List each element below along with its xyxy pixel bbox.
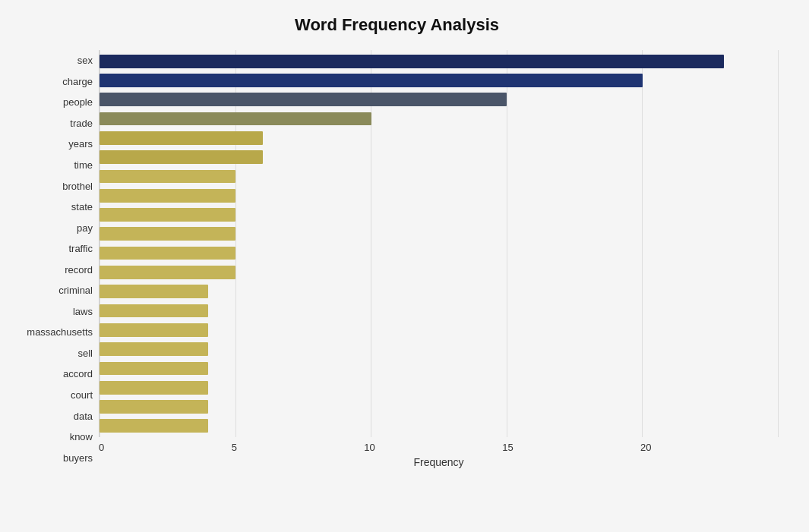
y-label: criminal — [15, 285, 93, 295]
bar — [100, 227, 235, 241]
y-label: trade — [15, 118, 93, 128]
y-label: court — [15, 390, 93, 400]
y-label: charge — [15, 77, 93, 87]
bar — [100, 342, 208, 356]
bar-row — [100, 90, 779, 109]
bar-row — [100, 339, 779, 358]
bars-wrapper — [99, 50, 779, 437]
bar — [100, 74, 643, 87]
y-label: data — [15, 411, 93, 421]
y-labels: sexchargepeopletradeyearstimebrothelstat… — [15, 50, 99, 468]
y-label: buyers — [15, 453, 93, 463]
chart-area: sexchargepeopletradeyearstimebrothelstat… — [15, 50, 779, 468]
x-tick: 5 — [232, 442, 237, 453]
y-label: sell — [15, 348, 93, 358]
y-label: people — [15, 97, 93, 107]
bar — [100, 323, 208, 337]
y-label: time — [15, 160, 93, 170]
bar — [100, 170, 235, 184]
bar — [100, 247, 235, 260]
bar-row — [100, 282, 779, 301]
y-label: state — [15, 202, 93, 212]
y-label: sex — [15, 55, 93, 65]
y-label: years — [15, 139, 93, 149]
bar — [100, 381, 208, 395]
x-tick: 10 — [364, 442, 374, 453]
chart-title: Word Frequency Analysis — [15, 15, 779, 35]
bar — [100, 112, 371, 126]
bar — [100, 55, 724, 68]
x-axis: 05101520 — [99, 437, 779, 453]
bar-row — [100, 244, 779, 263]
bar — [100, 93, 507, 106]
bar-row — [100, 52, 779, 71]
bar-row — [100, 167, 779, 186]
bar — [100, 131, 263, 145]
y-label: laws — [15, 307, 93, 316]
bar-row — [100, 225, 779, 244]
bar-row — [100, 417, 779, 436]
x-tick: 20 — [640, 442, 651, 453]
bar-row — [100, 186, 779, 205]
chart-container: Word Frequency Analysis sexchargepeoplet… — [0, 0, 809, 532]
bar — [100, 208, 235, 222]
bar-row — [100, 359, 779, 378]
bar-row — [100, 397, 779, 416]
bar-row — [100, 205, 779, 224]
y-label: brothel — [15, 181, 93, 191]
y-label: pay — [15, 223, 93, 233]
y-label: record — [15, 265, 93, 275]
x-tick: 15 — [502, 442, 513, 453]
bar-row — [100, 128, 779, 147]
bar — [100, 304, 208, 318]
bar — [100, 150, 263, 164]
bar-row — [100, 320, 779, 339]
bars-and-x: 05101520 Frequency — [99, 50, 779, 468]
x-axis-label: Frequency — [99, 456, 779, 468]
y-label: know — [15, 432, 93, 442]
y-label: accord — [15, 369, 93, 379]
bar — [100, 400, 208, 414]
bar-row — [100, 301, 779, 320]
y-label: traffic — [15, 244, 93, 253]
bar-row — [100, 378, 779, 397]
bar — [100, 419, 208, 433]
bar-row — [100, 71, 779, 90]
bar — [100, 266, 235, 279]
bar — [100, 285, 208, 298]
bar — [100, 189, 235, 203]
y-label: massachusetts — [15, 327, 93, 337]
bar-row — [100, 109, 779, 128]
bar — [100, 362, 208, 376]
x-tick: 0 — [99, 442, 104, 453]
bars-inner — [100, 50, 779, 437]
bar-row — [100, 263, 779, 282]
bar-row — [100, 147, 779, 166]
